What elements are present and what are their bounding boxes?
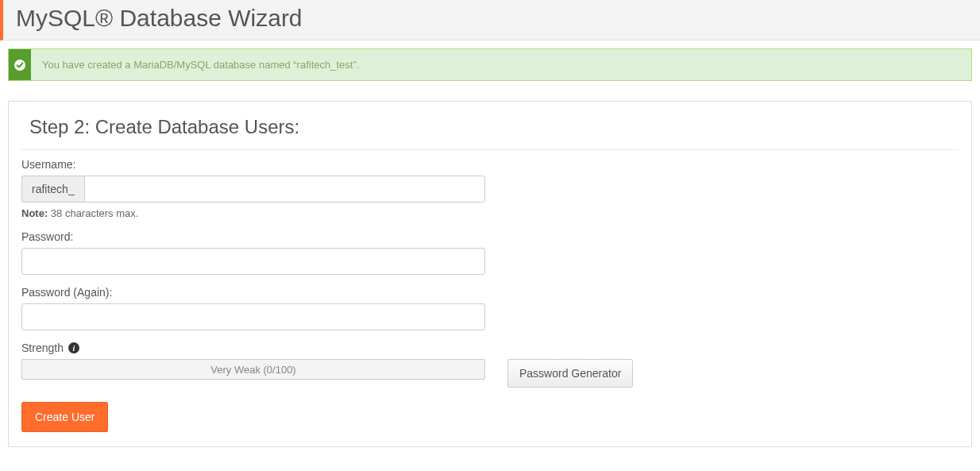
password-input[interactable] <box>21 248 485 275</box>
strength-meter: Very Weak (0/100) <box>21 359 485 380</box>
password-again-label: Password (Again): <box>21 286 959 299</box>
username-input-group: rafitech_ <box>21 176 485 203</box>
wizard-panel: Step 2: Create Database Users: Username:… <box>8 101 972 447</box>
page-title: MySQL® Database Wizard <box>16 5 967 32</box>
password-again-input[interactable] <box>21 303 485 330</box>
strength-row: Strength i Very Weak (0/100) Password Ge… <box>21 342 959 388</box>
username-input[interactable] <box>84 176 485 203</box>
note-text: 38 characters max. <box>48 207 138 219</box>
username-prefix: rafitech_ <box>21 176 84 203</box>
username-label: Username: <box>21 158 959 171</box>
strength-label: Strength <box>21 342 64 354</box>
password-again-group: Password (Again): <box>21 286 959 330</box>
page-header: MySQL® Database Wizard <box>0 0 980 41</box>
note-label: Note: <box>21 207 48 219</box>
step-title: Step 2: Create Database Users: <box>21 116 959 150</box>
password-label: Password: <box>21 230 959 243</box>
create-user-button[interactable]: Create User <box>21 402 108 432</box>
info-icon[interactable]: i <box>68 342 79 353</box>
create-user-form: Username: rafitech_ Note: 38 characters … <box>14 158 966 432</box>
strength-label-row: Strength i <box>21 342 485 354</box>
check-circle-icon <box>9 49 31 80</box>
success-alert: You have created a MariaDB/MySQL databas… <box>8 48 972 81</box>
password-group: Password: <box>21 230 959 275</box>
generator-col: Password Generator <box>507 342 633 388</box>
strength-col: Strength i Very Weak (0/100) <box>21 342 485 380</box>
username-group: Username: rafitech_ Note: 38 characters … <box>21 158 959 219</box>
username-note: Note: 38 characters max. <box>21 207 959 219</box>
alert-message: You have created a MariaDB/MySQL databas… <box>31 49 971 80</box>
password-generator-button[interactable]: Password Generator <box>507 359 633 388</box>
